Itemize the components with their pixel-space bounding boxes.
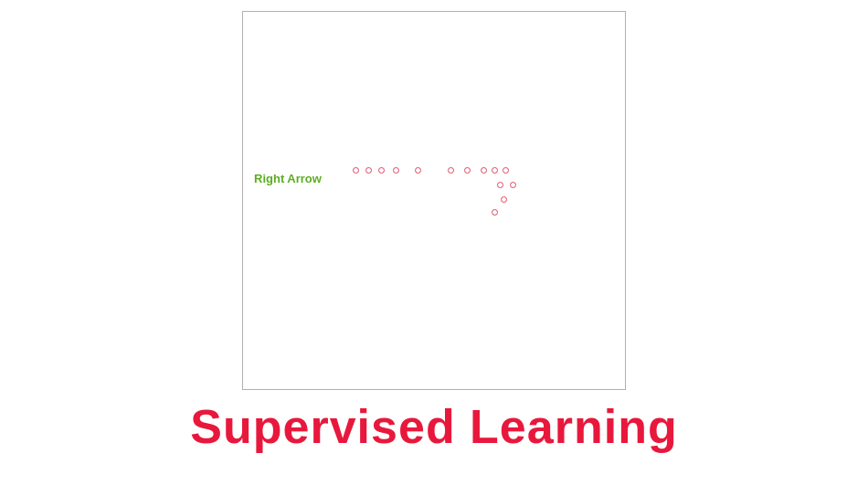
canvas-panel: Right Arrow: [242, 11, 626, 390]
data-dot: [448, 167, 454, 174]
data-dot: [492, 209, 498, 216]
data-dot: [503, 167, 509, 174]
dots-container: [353, 156, 599, 220]
data-dot: [415, 167, 421, 174]
page-title: Supervised Learning: [190, 403, 677, 450]
data-dot: [497, 182, 503, 188]
data-dot: [510, 182, 516, 188]
data-dot: [365, 167, 372, 174]
right-arrow-label: Right Arrow: [254, 172, 322, 185]
data-dot: [492, 167, 498, 174]
data-dot: [464, 167, 471, 174]
data-dot: [501, 196, 507, 203]
data-dot: [353, 167, 359, 174]
data-dot: [378, 167, 385, 174]
data-dot: [393, 167, 399, 174]
data-dot: [481, 167, 487, 174]
